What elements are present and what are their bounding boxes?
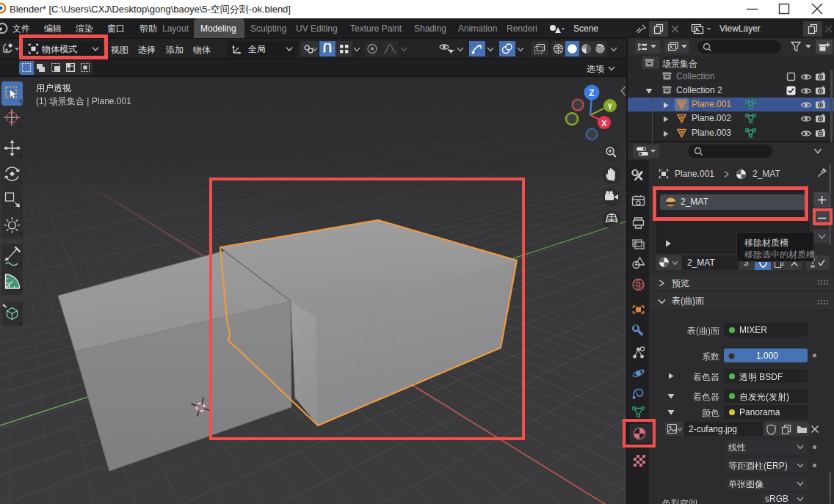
svg-text:Y: Y (607, 102, 613, 111)
svg-text:Z: Z (589, 88, 594, 98)
svg-text:X: X (601, 119, 607, 128)
